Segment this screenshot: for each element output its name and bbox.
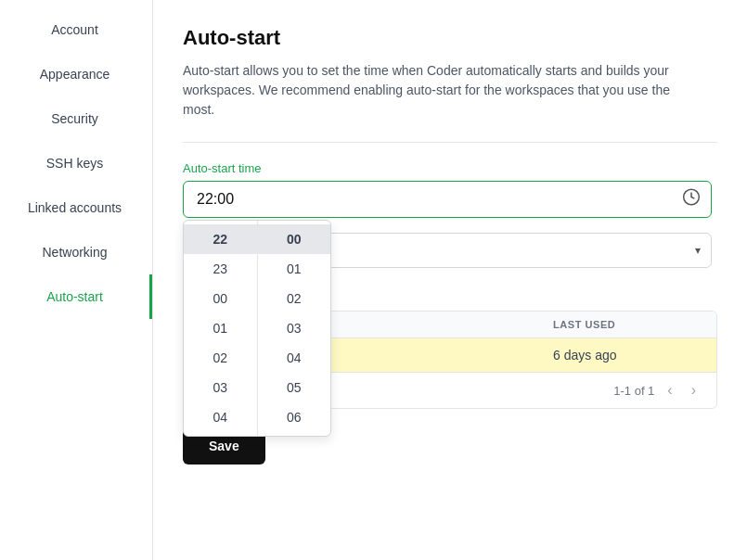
autostart-time-field: Auto-start time 22 23 00 01 0 (183, 161, 717, 218)
minute-item-03[interactable]: 03 (258, 313, 331, 343)
minute-item-00[interactable]: 00 (258, 224, 331, 254)
col-lastused: LAST USED (553, 319, 702, 330)
sidebar-item-label: SSH keys (46, 156, 103, 171)
hour-item-01[interactable]: 01 (184, 313, 257, 343)
time-input-wrapper: 22 23 00 01 02 03 04 00 01 02 03 04 (183, 181, 712, 218)
minute-item-02[interactable]: 02 (258, 284, 331, 313)
hours-column: 22 23 00 01 02 03 04 (184, 221, 257, 436)
hour-item-03[interactable]: 03 (184, 373, 257, 402)
divider (183, 142, 717, 143)
time-picker-dropdown: 22 23 00 01 02 03 04 00 01 02 03 04 (183, 220, 331, 437)
sidebar: Account Appearance Security SSH keys Lin… (0, 0, 153, 560)
minute-item-06[interactable]: 06 (258, 402, 331, 432)
sidebar-item-auto-start[interactable]: Auto-start (0, 274, 152, 319)
hour-item-02[interactable]: 02 (184, 343, 257, 373)
last-used-value: 6 days ago (553, 348, 702, 363)
sidebar-item-account[interactable]: Account (0, 7, 152, 52)
sidebar-item-label: Appearance (40, 67, 110, 82)
hour-item-04[interactable]: 04 (184, 402, 257, 432)
pagination-prev-button[interactable]: ‹ (662, 380, 677, 401)
sidebar-item-appearance[interactable]: Appearance (0, 52, 152, 96)
sidebar-item-label: Account (51, 22, 98, 37)
sidebar-item-label: Security (51, 111, 98, 126)
minute-item-05[interactable]: 05 (258, 373, 331, 402)
hour-item-00[interactable]: 00 (184, 284, 257, 313)
sidebar-item-security[interactable]: Security (0, 96, 152, 141)
page-description: Auto-start allows you to set the time wh… (183, 61, 702, 120)
minutes-column: 00 01 02 03 04 05 06 (258, 221, 331, 436)
autostart-time-label: Auto-start time (183, 161, 717, 175)
pagination-next-button[interactable]: › (686, 380, 702, 401)
sidebar-item-label: Linked accounts (28, 200, 122, 215)
hour-item-23[interactable]: 23 (184, 254, 257, 284)
minute-item-01[interactable]: 01 (258, 254, 331, 284)
sidebar-item-linked-accounts[interactable]: Linked accounts (0, 185, 152, 230)
pagination-text: 1-1 of 1 (613, 384, 654, 398)
time-input[interactable] (183, 181, 712, 218)
sidebar-item-label: Networking (42, 245, 107, 260)
sidebar-item-networking[interactable]: Networking (0, 230, 152, 274)
page-title: Auto-start (183, 26, 717, 50)
app-container: Account Appearance Security SSH keys Lin… (0, 0, 747, 560)
main-content: Auto-start Auto-start allows you to set … (153, 0, 747, 560)
hour-item-22[interactable]: 22 (184, 224, 257, 254)
clock-icon[interactable] (682, 188, 701, 211)
minute-item-04[interactable]: 04 (258, 343, 331, 373)
sidebar-item-ssh-keys[interactable]: SSH keys (0, 141, 152, 185)
sidebar-item-label: Auto-start (46, 289, 103, 304)
